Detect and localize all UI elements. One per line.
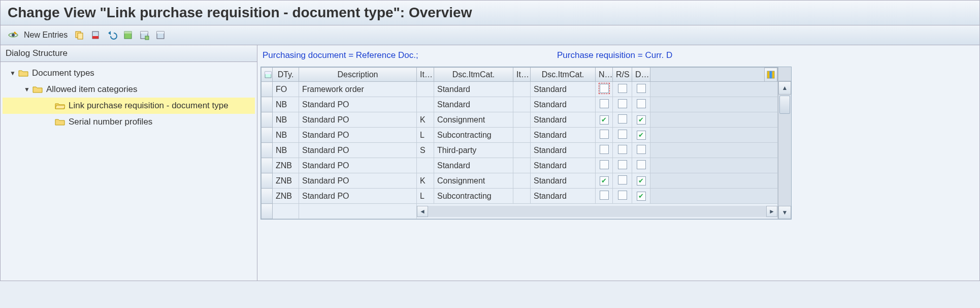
cell-it2[interactable] (513, 143, 531, 158)
checkbox-d[interactable] (637, 145, 646, 154)
cell-it2[interactable] (513, 128, 531, 143)
cell-description[interactable]: Standard PO (299, 112, 417, 128)
cell-dsc2[interactable]: Standard (531, 97, 596, 112)
cell-dty[interactable]: NB (273, 143, 299, 158)
cell-dsc1[interactable]: Consignment (434, 112, 513, 128)
cell-dsc1[interactable]: Standard (434, 82, 513, 97)
deselect-all-icon[interactable] (154, 28, 167, 42)
tree-item-link-purchase-requisition[interactable]: Link purchase requisition - document typ… (3, 98, 255, 114)
row-selector[interactable] (262, 112, 273, 128)
checkbox-rs[interactable] (618, 145, 627, 154)
col-header-d[interactable]: D… (632, 68, 650, 82)
checkbox-n[interactable]: ✔ (600, 176, 609, 186)
cell-description[interactable]: Standard PO (299, 97, 417, 112)
checkbox-rs[interactable] (618, 99, 627, 108)
checkbox-rs[interactable] (618, 175, 627, 184)
checkbox-d[interactable]: ✔ (637, 131, 646, 140)
cell-dty[interactable]: NB (273, 112, 299, 128)
cell-it2[interactable] (513, 97, 531, 112)
col-header-dsc2[interactable]: Dsc.ItmCat. (531, 68, 596, 82)
col-header-dsc1[interactable]: Dsc.ItmCat. (434, 68, 513, 82)
col-header-dty[interactable]: DTy. (273, 68, 299, 82)
select-block-icon[interactable] (138, 28, 151, 42)
cell-dsc2[interactable]: Standard (531, 128, 596, 143)
cell-it2[interactable] (513, 173, 531, 189)
checkbox-d[interactable]: ✔ (637, 192, 646, 201)
checkbox-rs[interactable] (618, 160, 627, 169)
toggle-display-change-icon[interactable] (7, 28, 20, 42)
copy-as-icon[interactable] (73, 28, 86, 42)
cell-description[interactable]: Framework order (299, 82, 417, 97)
cell-it2[interactable] (513, 158, 531, 173)
checkbox-rs[interactable] (618, 84, 627, 93)
cell-it1[interactable]: L (417, 189, 434, 204)
col-header-rs[interactable]: R/S (613, 68, 632, 82)
cell-dty[interactable]: NB (273, 128, 299, 143)
select-all-rows-button[interactable] (262, 68, 273, 82)
checkbox-n[interactable] (600, 130, 609, 139)
scroll-up-icon[interactable]: ▲ (778, 81, 791, 95)
scrollbar-thumb[interactable] (779, 96, 790, 114)
undo-change-icon[interactable] (105, 28, 118, 42)
col-header-it2[interactable]: It… (513, 68, 531, 82)
row-selector[interactable] (262, 82, 273, 97)
checkbox-d[interactable]: ✔ (637, 176, 646, 186)
checkbox-d[interactable] (637, 84, 646, 93)
checkbox-d[interactable] (637, 99, 646, 108)
cell-dty[interactable]: ZNB (273, 173, 299, 189)
checkbox-d[interactable] (637, 160, 646, 169)
cell-dsc2[interactable]: Standard (531, 143, 596, 158)
cell-it2[interactable] (513, 189, 531, 204)
row-selector[interactable] (262, 173, 273, 189)
cell-dsc2[interactable]: Standard (531, 173, 596, 189)
row-selector[interactable] (262, 143, 273, 158)
scroll-left-icon[interactable]: ◄ (417, 206, 428, 217)
cell-dsc2[interactable]: Standard (531, 82, 596, 97)
scroll-down-icon[interactable]: ▼ (778, 206, 791, 219)
expand-arrow-icon[interactable]: ▼ (10, 66, 18, 81)
cell-description[interactable]: Standard PO (299, 143, 417, 158)
cell-it1[interactable]: L (417, 128, 434, 143)
cell-it1[interactable] (417, 97, 434, 112)
checkbox-n[interactable] (600, 191, 609, 200)
cell-dsc1[interactable]: Third-party (434, 143, 513, 158)
checkbox-d[interactable]: ✔ (637, 115, 646, 125)
delete-icon[interactable] (89, 28, 102, 42)
cell-dsc2[interactable]: Standard (531, 189, 596, 204)
vertical-scrollbar[interactable]: ▲ ▼ (778, 67, 791, 219)
cell-description[interactable]: Standard PO (299, 189, 417, 204)
cell-it2[interactable] (513, 112, 531, 128)
cell-description[interactable]: Standard PO (299, 128, 417, 143)
select-all-icon[interactable] (121, 28, 135, 42)
tree-item-serial-number-profiles[interactable]: Serial number profiles (3, 114, 255, 130)
checkbox-n[interactable] (600, 84, 609, 93)
checkbox-rs[interactable] (618, 130, 627, 139)
cell-dty[interactable]: NB (273, 97, 299, 112)
checkbox-n[interactable]: ✔ (600, 115, 609, 125)
cell-dsc1[interactable]: Subcontracting (434, 128, 513, 143)
cell-it1[interactable] (417, 158, 434, 173)
cell-description[interactable]: Standard PO (299, 158, 417, 173)
new-entries-button[interactable]: New Entries (24, 30, 68, 40)
cell-it1[interactable]: K (417, 112, 434, 128)
col-header-description[interactable]: Description (299, 68, 417, 82)
cell-dsc2[interactable]: Standard (531, 158, 596, 173)
cell-description[interactable]: Standard PO (299, 173, 417, 189)
cell-it1[interactable]: S (417, 143, 434, 158)
cell-it1[interactable]: K (417, 173, 434, 189)
row-selector[interactable] (262, 128, 273, 143)
cell-dty[interactable]: ZNB (273, 158, 299, 173)
tree-item-allowed-item-categories[interactable]: ▼ Allowed item categories (3, 81, 255, 98)
row-selector[interactable] (262, 97, 273, 112)
checkbox-n[interactable] (600, 145, 609, 154)
checkbox-n[interactable] (600, 99, 609, 108)
col-header-it1[interactable]: It… (417, 68, 434, 82)
checkbox-rs[interactable] (618, 114, 627, 124)
row-selector[interactable] (262, 189, 273, 204)
tree-item-document-types[interactable]: ▼ Document types (3, 65, 255, 81)
cell-dsc1[interactable]: Subcontracting (434, 189, 513, 204)
row-selector[interactable] (262, 158, 273, 173)
configure-columns-icon[interactable] (764, 68, 777, 82)
cell-dsc1[interactable]: Standard (434, 97, 513, 112)
col-header-n[interactable]: N… (596, 68, 613, 82)
